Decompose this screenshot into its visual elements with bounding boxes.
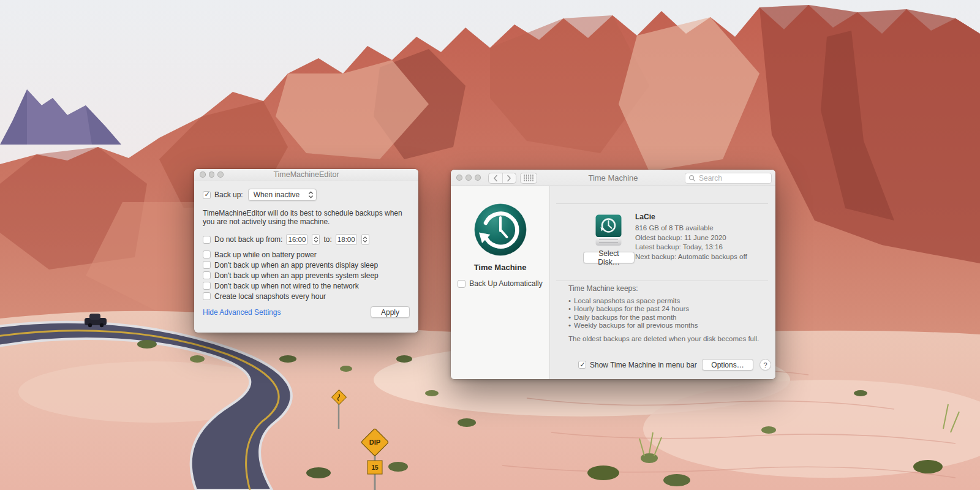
retention-item: Daily backups for the past month	[568, 314, 766, 322]
search-input[interactable]	[698, 173, 768, 183]
wired-network-checkbox[interactable]	[203, 282, 211, 290]
tm-main-pane: Select Disk… LaCie 816 GB of 8 TB availa…	[550, 186, 775, 379]
backup-mode-row: Back up: When inactive	[203, 189, 410, 201]
updown-chevrons-icon	[363, 236, 368, 243]
updown-chevrons-icon	[308, 190, 314, 199]
option-label: Create local snapshots every hour	[214, 292, 326, 301]
apply-button[interactable]: Apply	[371, 306, 410, 318]
backup-mode-dropdown[interactable]: When inactive	[248, 189, 317, 201]
speed-sign-label: 15	[371, 464, 379, 471]
menu-bar-label: Show Time Machine in menu bar	[590, 361, 697, 369]
system-sleep-checkbox[interactable]	[203, 271, 211, 279]
retention-item: Weekly backups for all previous months	[568, 322, 766, 330]
option-label: Don't back up when not wired to the netw…	[214, 282, 359, 290]
retention-item: Hourly backups for the past 24 hours	[568, 305, 766, 313]
disk-info: LaCie 816 GB of 8 TB available Oldest ba…	[635, 213, 747, 262]
battery-checkbox[interactable]	[203, 251, 211, 258]
disk-available: 816 GB of 8 TB available	[635, 224, 747, 233]
desktop: DIP 15 TimeMachineEditor	[0, 0, 980, 490]
backup-label: Back up:	[214, 190, 243, 199]
option-row: Don't back up when an app prevents syste…	[203, 271, 410, 279]
search-icon	[688, 175, 696, 182]
back-up-automatically-checkbox[interactable]	[458, 280, 466, 288]
backup-checkbox[interactable]	[203, 191, 211, 199]
auto-backup-label: Back Up Automatically	[469, 279, 542, 288]
option-row: Create local snapshots every hour	[203, 292, 410, 300]
time-machine-icon	[473, 202, 528, 257]
display-sleep-checkbox[interactable]	[203, 261, 211, 269]
option-label: Don't back up when an app prevents displ…	[214, 261, 378, 270]
editor-description: TimeMachineEditor will do its best to sc…	[203, 209, 411, 226]
interval-label: Do not back up from:	[214, 235, 282, 244]
search-field[interactable]	[685, 173, 772, 184]
updown-chevrons-icon	[314, 236, 318, 243]
interval-to-label: to:	[323, 235, 331, 244]
interval-to-stepper[interactable]	[361, 234, 369, 245]
option-row: Back up while on battery power	[203, 251, 410, 258]
backup-interval-row: Do not back up from: to:	[203, 234, 410, 245]
select-disk-button[interactable]: Select Disk…	[583, 252, 635, 263]
separator	[556, 281, 768, 281]
backup-mode-value: When inactive	[254, 190, 308, 199]
option-row: Don't back up when an app prevents displ…	[203, 261, 410, 269]
option-label: Back up while on battery power	[214, 251, 317, 259]
retention-info: Time Machine keeps: Local snapshots as s…	[568, 284, 766, 342]
disk-next-backup: Next backup: Automatic backups off	[635, 252, 747, 262]
editor-window-title: TimeMachineEditor	[194, 169, 418, 181]
separator	[556, 203, 768, 204]
tm-body: Time Machine Back Up Automatically	[451, 186, 775, 379]
backup-disk-icon	[594, 214, 623, 247]
interval-to-field[interactable]	[336, 234, 357, 245]
option-row: Don't back up when not wired to the netw…	[203, 282, 410, 290]
interval-from-stepper[interactable]	[312, 234, 320, 245]
menu-bar-row: Show Time Machine in menu bar	[578, 359, 697, 371]
local-snapshots-checkbox[interactable]	[203, 292, 211, 300]
tm-sidebar: Time Machine Back Up Automatically	[451, 186, 550, 379]
editor-content: Back up: When inactive TimeMachineEditor…	[194, 189, 418, 318]
editor-footer: Hide Advanced Settings Apply	[203, 306, 410, 318]
editor-option-list: Back up while on battery power Don't bac…	[203, 251, 410, 300]
editor-titlebar[interactable]: TimeMachineEditor	[194, 169, 418, 181]
tm-app-name: Time Machine	[451, 263, 549, 272]
retention-list: Local snapshots as space permits Hourly …	[568, 297, 766, 330]
auto-backup-row: Back Up Automatically	[451, 279, 549, 288]
interval-checkbox[interactable]	[203, 236, 211, 244]
disk-oldest-backup: Oldest backup: 11 June 2020	[635, 233, 747, 243]
tm-toolbar[interactable]: Time Machine	[451, 170, 775, 186]
option-label: Don't back up when an app prevents syste…	[214, 271, 379, 280]
hide-advanced-settings-link[interactable]: Hide Advanced Settings	[203, 308, 281, 317]
time-machine-window: Time Machine	[451, 170, 775, 379]
disk-latest-backup: Latest backup: Today, 13:16	[635, 243, 747, 252]
timemachineeditor-window: TimeMachineEditor Back up: When inactive…	[194, 169, 418, 333]
help-button[interactable]: ?	[760, 359, 771, 371]
retention-item: Local snapshots as space permits	[568, 297, 766, 305]
retention-heading: Time Machine keeps:	[568, 284, 766, 293]
options-button[interactable]: Options…	[702, 359, 753, 371]
dip-sign-label: DIP	[369, 439, 380, 446]
retention-note: The oldest backups are deleted when your…	[568, 335, 766, 342]
show-in-menu-bar-checkbox[interactable]	[578, 361, 586, 369]
disk-name: LaCie	[635, 213, 747, 221]
interval-from-field[interactable]	[286, 234, 307, 245]
tm-footer: Show Time Machine in menu bar Options… ?	[550, 359, 775, 371]
